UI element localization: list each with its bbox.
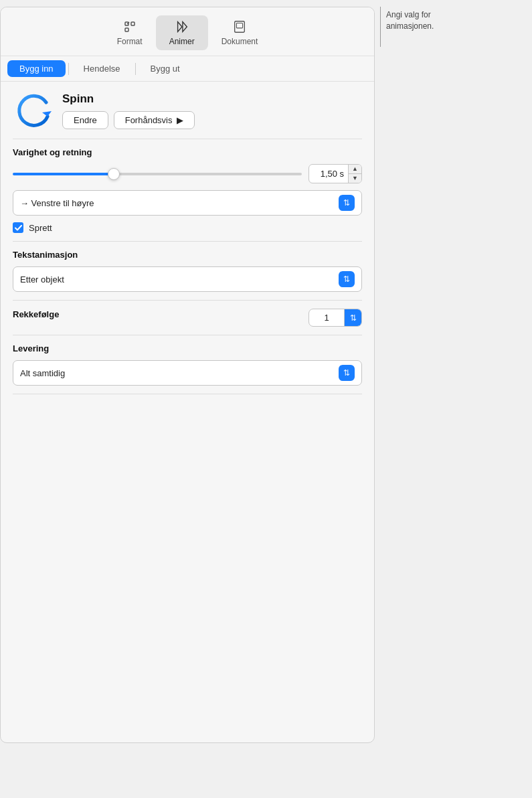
divider-2 xyxy=(13,241,362,242)
direction-dropdown[interactable]: → Venstre til høyre ⇅ xyxy=(13,190,362,216)
bounce-label: Sprett xyxy=(29,223,52,233)
text-animation-arrow-icon: ⇅ xyxy=(339,271,355,287)
animer-tab[interactable]: Animer xyxy=(156,15,208,50)
dokument-label: Dokument xyxy=(221,37,258,46)
hendelse-tab[interactable]: Hendelse xyxy=(72,60,132,77)
panel-content: Spinn Endre Forhåndsvis ▶ Varighet og re… xyxy=(1,82,374,413)
text-animation-label: Tekstanimasjon xyxy=(13,250,362,260)
animation-name: Spinn xyxy=(62,92,195,106)
dokument-tab[interactable]: Dokument xyxy=(208,15,272,50)
checkmark-icon xyxy=(15,225,22,231)
svg-rect-7 xyxy=(236,23,242,28)
callout-line xyxy=(380,7,381,47)
animation-header: Spinn Endre Forhåndsvis ▶ xyxy=(13,92,362,129)
order-label: Rekkefølge xyxy=(13,309,59,319)
change-button[interactable]: Endre xyxy=(62,111,108,129)
animation-buttons: Endre Forhåndsvis ▶ xyxy=(62,111,195,129)
duration-section: Varighet og retning 1,50 s ▲ ▼ xyxy=(13,147,362,233)
play-icon: ▶ xyxy=(177,115,183,125)
callout-text: Angi valg for animasjonen. xyxy=(386,7,466,32)
text-animation-value: Etter objekt xyxy=(20,274,64,285)
format-icon xyxy=(122,19,137,34)
divider-4 xyxy=(13,335,362,335)
svg-marker-8 xyxy=(42,111,52,116)
bounce-row: Sprett xyxy=(13,222,362,233)
duration-input: 1,50 s ▲ ▼ xyxy=(308,164,362,183)
duration-stepper: ▲ ▼ xyxy=(348,165,361,183)
direction-text: → Venstre til høyre xyxy=(20,198,94,208)
text-animation-dropdown[interactable]: Etter objekt ⇅ xyxy=(13,266,362,292)
duration-value: 1,50 s xyxy=(309,166,348,181)
toolbar: Format Animer Dokument xyxy=(1,7,374,56)
stepper-up[interactable]: ▲ xyxy=(349,165,361,174)
svg-rect-1 xyxy=(131,22,135,25)
direction-arrow-icon: ⇅ xyxy=(339,195,355,211)
tab-divider-1 xyxy=(68,63,69,75)
order-section: Rekkefølge 1 ⇅ xyxy=(13,309,362,327)
slider-thumb[interactable] xyxy=(108,168,120,180)
animation-title-area: Spinn Endre Forhåndsvis ▶ xyxy=(62,92,195,129)
spin-animation-icon xyxy=(13,92,53,129)
divider-3 xyxy=(13,300,362,301)
duration-slider[interactable] xyxy=(13,173,302,175)
callout-area: Angi valg for animasjonen. xyxy=(380,7,466,47)
bygg-ut-tab[interactable]: Bygg ut xyxy=(139,60,192,77)
dokument-icon xyxy=(232,19,247,34)
delivery-label: Levering xyxy=(13,343,362,353)
segment-tabs: Bygg inn Hendelse Bygg ut xyxy=(1,56,374,82)
duration-label: Varighet og retning xyxy=(13,147,362,157)
svg-rect-2 xyxy=(125,28,128,31)
format-tab[interactable]: Format xyxy=(104,15,156,50)
tab-divider-2 xyxy=(135,63,136,75)
divider-5 xyxy=(13,394,362,394)
slider-row: 1,50 s ▲ ▼ xyxy=(13,164,362,183)
stepper-down[interactable]: ▼ xyxy=(349,174,361,183)
svg-marker-5 xyxy=(183,22,187,32)
animer-icon xyxy=(175,19,189,34)
order-arrow-icon: ⇅ xyxy=(344,309,361,326)
order-value: 1 xyxy=(309,309,344,326)
divider-1 xyxy=(13,139,362,139)
bygg-inn-tab[interactable]: Bygg inn xyxy=(7,60,66,77)
delivery-arrow-icon: ⇅ xyxy=(339,365,355,381)
preview-label: Forhåndsvis xyxy=(125,115,173,125)
format-label: Format xyxy=(117,37,143,46)
order-dropdown[interactable]: 1 ⇅ xyxy=(308,309,362,327)
order-row: Rekkefølge 1 ⇅ xyxy=(13,309,362,327)
animer-label: Animer xyxy=(169,37,195,46)
delivery-section: Levering Alt samtidig ⇅ xyxy=(13,343,362,386)
delivery-dropdown[interactable]: Alt samtidig ⇅ xyxy=(13,360,362,386)
bounce-checkbox[interactable] xyxy=(13,222,23,233)
svg-marker-4 xyxy=(177,22,181,32)
delivery-value: Alt samtidig xyxy=(20,368,65,378)
preview-button[interactable]: Forhåndsvis ▶ xyxy=(114,111,195,129)
text-animation-section: Tekstanimasjon Etter objekt ⇅ xyxy=(13,250,362,292)
